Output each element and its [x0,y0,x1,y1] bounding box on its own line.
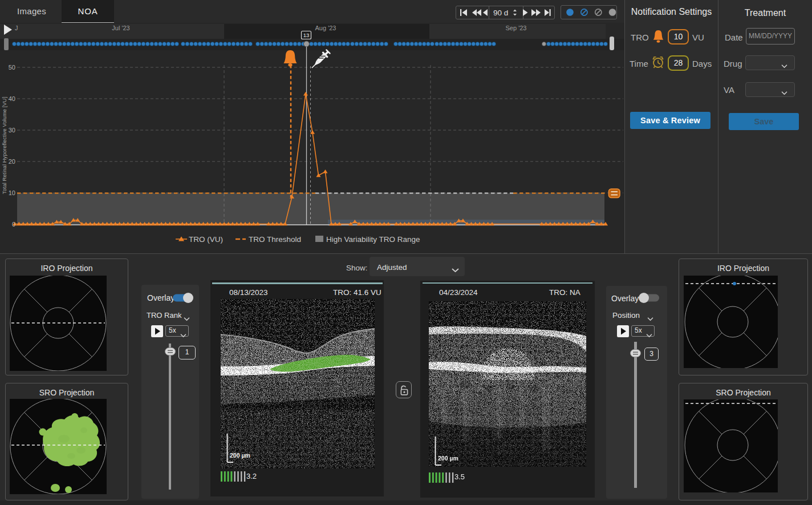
svg-text:200 µm: 200 µm [438,455,458,462]
svg-text:Aug '23: Aug '23 [315,25,336,31]
svg-text:200 µm: 200 µm [230,452,250,459]
svg-text:10: 10 [9,189,15,196]
svg-text:0: 0 [12,221,15,228]
svg-text:50: 50 [9,64,15,71]
svg-text:TRO (VU): TRO (VU) [189,235,223,244]
svg-text:30: 30 [9,127,15,134]
svg-text:TRO Threshold: TRO Threshold [249,235,301,244]
svg-text:13: 13 [303,32,310,38]
svg-text:90 d: 90 d [493,9,508,17]
svg-text:Total Retinal Hyporeflective V: Total Retinal Hyporeflective Volume [VU] [1,97,7,195]
svg-text:40: 40 [9,95,15,102]
svg-text:J: J [15,25,18,31]
svg-text:High Variability TRO Range: High Variability TRO Range [326,235,420,244]
svg-text:Jul '23: Jul '23 [112,25,129,31]
svg-text:20: 20 [9,158,15,165]
svg-text:Sep '23: Sep '23 [506,25,527,31]
